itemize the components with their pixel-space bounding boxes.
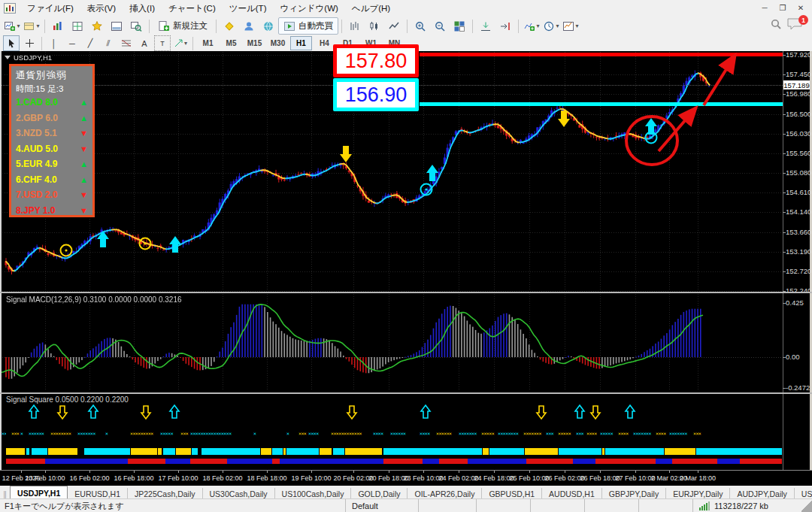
line-chart-button[interactable] xyxy=(385,17,403,35)
chart-tab-12[interactable]: USDJPY,H1 xyxy=(795,488,812,499)
menu-item-6[interactable]: ヘルプ(H) xyxy=(345,1,397,17)
data-window-button[interactable] xyxy=(68,17,86,35)
standard-toolbar: ▾ ▾ 新規注文 自動売買 ▾ ▾ ▾ xyxy=(0,17,812,36)
price-tick-label: 156.500 xyxy=(786,111,811,118)
indicators-button[interactable]: ▾ xyxy=(523,17,541,35)
navigator-button[interactable] xyxy=(88,17,106,35)
bar-chart-button[interactable] xyxy=(346,17,364,35)
time-label: 13 Feb 10:00 xyxy=(25,474,65,482)
vertical-line-tool[interactable]: │ xyxy=(46,35,62,51)
close-button[interactable]: ✕ xyxy=(792,1,810,14)
new-chart-button[interactable]: ▾ xyxy=(3,17,21,35)
trendline-tool[interactable]: ╱ xyxy=(82,35,98,51)
status-profile[interactable]: Default xyxy=(345,499,418,512)
panel-splitter[interactable] xyxy=(0,392,812,394)
time-tick xyxy=(223,471,223,473)
x-marker-segment: ×××× xyxy=(618,432,630,437)
text-tool[interactable]: A xyxy=(136,35,153,51)
periods-button[interactable]: ▾ xyxy=(542,17,560,35)
time-axis[interactable]: 12 Feb 202613 Feb 10:0016 Feb 02:0016 Fe… xyxy=(0,470,812,486)
menu-item-1[interactable]: 表示(V) xyxy=(80,1,123,17)
band-segment xyxy=(320,448,332,455)
price-tick-label: 152.720 xyxy=(786,268,811,275)
x-marker-segment: ×× xyxy=(2,432,6,437)
menu-items: ファイル(F)表示(V)挿入(I)チャート(C)ツール(T)ウィンドウ(W)ヘル… xyxy=(20,1,397,17)
timeframe-h1[interactable]: H1 xyxy=(290,36,312,50)
x-marker-segment: ×××××× xyxy=(436,432,453,437)
zoom-in-button[interactable] xyxy=(411,17,429,35)
timeframe-m30[interactable]: M30 xyxy=(267,36,289,50)
chart-tab-3[interactable]: US30Cash,Daily xyxy=(203,488,275,499)
price-tick-label: 153.660 xyxy=(786,229,811,236)
chart-tab-6[interactable]: OIL-APR26,Daily xyxy=(408,488,482,499)
timeframe-h4[interactable]: H4 xyxy=(314,36,335,50)
channel-tool[interactable]: ⫽ xyxy=(100,35,117,51)
time-label: 24 Feb 02:00 xyxy=(438,474,478,482)
cursor-tool[interactable] xyxy=(3,35,20,51)
crosshair-tool[interactable] xyxy=(21,35,38,51)
chart-tab-1[interactable]: EURUSD,H1 xyxy=(68,488,128,499)
restore-button[interactable]: ❐ xyxy=(774,1,792,14)
chart-tab-2[interactable]: JP225Cash,Daily xyxy=(128,488,203,499)
strength-label: 1.CAD 8.0 xyxy=(16,97,58,108)
macd-canvas[interactable] xyxy=(2,293,783,392)
timeframe-m15[interactable]: M15 xyxy=(244,36,265,50)
chart-shift-button[interactable] xyxy=(496,17,514,35)
news-button[interactable] xyxy=(259,17,277,35)
chart-tab-10[interactable]: EURJPY,Daily xyxy=(666,488,730,499)
chart-tab-4[interactable]: US100Cash,Daily xyxy=(275,488,352,499)
menu-item-0[interactable]: ファイル(F) xyxy=(20,1,80,17)
minimize-button[interactable]: ─ xyxy=(756,1,774,14)
trend-segment xyxy=(468,459,526,464)
timeframe-m1[interactable]: M1 xyxy=(197,36,219,50)
chart-tab-8[interactable]: AUDUSD,H1 xyxy=(542,488,602,499)
shapes-tool[interactable]: ▾ xyxy=(172,35,189,51)
menu-item-5[interactable]: ウィンドウ(W) xyxy=(273,1,344,17)
candlestick-button[interactable] xyxy=(365,17,383,35)
fibonacci-tool[interactable] xyxy=(118,35,135,51)
x-marker-segment: ××××××××× xyxy=(130,432,156,437)
community-button[interactable] xyxy=(240,17,258,35)
auto-trading-button[interactable]: 自動売買 xyxy=(278,17,338,35)
strength-subtitle: 時間:15 足:3 xyxy=(16,83,88,95)
market-watch-button[interactable] xyxy=(49,17,67,35)
strategy-tester-button[interactable] xyxy=(127,17,145,35)
trend-arrow xyxy=(704,55,735,105)
price-tick-label: 153.190 xyxy=(786,248,811,256)
menu-item-2[interactable]: 挿入(I) xyxy=(123,1,162,17)
resistance-price-label[interactable]: 157.80 xyxy=(333,44,419,77)
chart-tab-11[interactable]: AUDJPY,Daily xyxy=(730,488,794,499)
terminal-button[interactable] xyxy=(108,17,126,35)
chart-tab-7[interactable]: GBPUSD,H1 xyxy=(482,488,542,499)
search-button[interactable] xyxy=(770,18,782,30)
chart-tab-5[interactable]: GOLD,Daily xyxy=(351,488,408,499)
chart-tab-0[interactable]: USDJPY,H1 xyxy=(10,486,68,499)
tile-windows-button[interactable] xyxy=(450,17,468,35)
menu-item-3[interactable]: チャート(C) xyxy=(162,1,223,17)
time-label: 16 Feb 18:00 xyxy=(114,474,153,482)
separator xyxy=(407,20,408,33)
horizontal-line-tool[interactable]: ─ xyxy=(64,35,80,51)
support-value: 156.90 xyxy=(345,83,408,107)
trend-segment xyxy=(526,459,573,464)
x-marker-segment: ×××××× xyxy=(29,432,46,437)
timeframe-m5[interactable]: M5 xyxy=(220,36,242,50)
auto-scroll-button[interactable] xyxy=(477,17,495,35)
menu-item-4[interactable]: ツール(T) xyxy=(223,1,274,17)
chart-tab-9[interactable]: GBPJPY,Daily xyxy=(602,488,666,499)
resize-grip[interactable] xyxy=(801,499,812,512)
strength-label: 2.GBP 6.0 xyxy=(16,113,58,123)
new-order-button[interactable]: 新規注文 xyxy=(153,17,213,35)
square-down-arrow-icon xyxy=(347,406,356,419)
profiles-button[interactable]: ▾ xyxy=(23,17,41,35)
support-price-label[interactable]: 156.90 xyxy=(333,78,419,111)
time-tick xyxy=(134,471,135,473)
notifications-button[interactable]: 1 xyxy=(786,17,806,32)
label-tool[interactable]: T xyxy=(154,35,171,51)
band-segment xyxy=(6,448,25,455)
x-marker-segment: × xyxy=(286,432,289,437)
panel-splitter[interactable] xyxy=(0,292,812,293)
metaeditor-button[interactable] xyxy=(220,17,238,35)
zoom-out-button[interactable] xyxy=(431,17,449,35)
templates-button[interactable]: ▾ xyxy=(562,17,580,35)
